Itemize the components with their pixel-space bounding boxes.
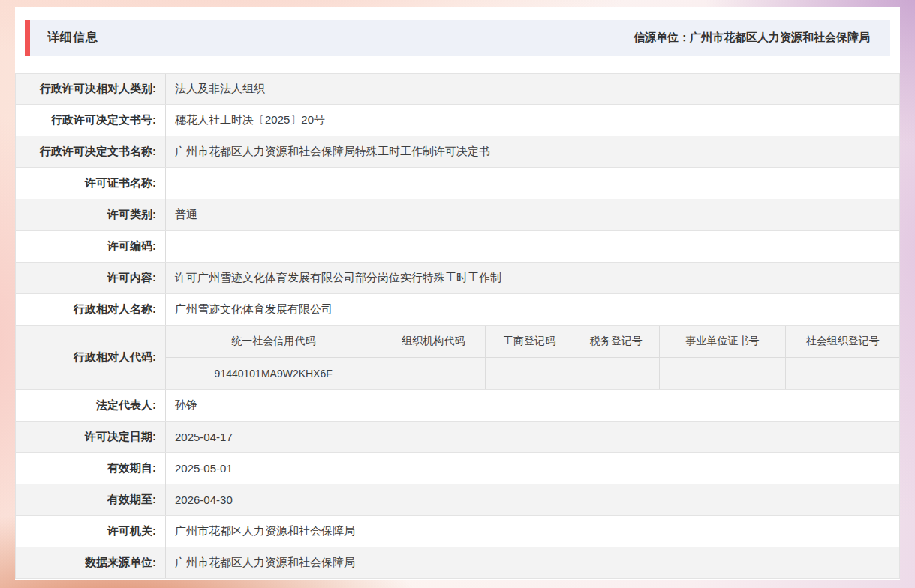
row-value: 穗花人社工时决〔2025〕20号 <box>165 105 899 136</box>
detail-card: 详细信息 信源单位：广州市花都区人力资源和社会保障局 行政许可决相对人类别: 法… <box>15 7 900 580</box>
row-label: 行政许可决相对人类别: <box>16 74 165 104</box>
code-value <box>381 358 485 390</box>
row-relative-person-category: 行政许可决相对人类别: 法人及非法人组织 <box>16 74 899 105</box>
code-column-header: 工商登记码 <box>485 326 573 358</box>
row-permit-category: 许可类别: 普通 <box>16 200 899 231</box>
row-label: 许可证书名称: <box>16 168 165 199</box>
row-legal-representative: 法定代表人: 孙铮 <box>16 390 899 422</box>
row-label: 许可机关: <box>16 516 165 547</box>
row-value: 广州市花都区人力资源和社会保障局特殊工时工作制许可决定书 <box>165 136 899 167</box>
row-valid-to: 有效期至: 2026-04-30 <box>16 484 899 516</box>
row-label: 行政许可决定文书号: <box>16 105 165 136</box>
row-label: 许可类别: <box>16 200 165 230</box>
row-label: 许可编码: <box>16 231 165 262</box>
code-column-header: 社会组织登记号 <box>785 326 899 358</box>
row-value: 2025-04-17 <box>165 422 899 452</box>
code-value <box>785 358 899 390</box>
code-sub-table: 统一社会信用代码 组织机构代码 工商登记码 税务登记号 事业单位证书号 社会组织… <box>165 326 899 389</box>
row-label: 行政许可决定文书名称: <box>16 136 165 167</box>
row-value <box>165 231 899 262</box>
row-label: 有效期至: <box>16 484 165 515</box>
code-value <box>573 358 659 390</box>
row-valid-from: 有效期自: 2025-05-01 <box>16 453 899 484</box>
row-value: 许可广州雪迹文化体育发展有限公司部分岗位实行特殊工时工作制 <box>165 262 899 293</box>
row-value: 法人及非法人组织 <box>165 74 899 104</box>
code-value <box>485 358 573 390</box>
row-permit-authority: 许可机关: 广州市花都区人力资源和社会保障局 <box>16 516 899 548</box>
row-value: 广州雪迹文化体育发展有限公司 <box>165 294 899 325</box>
red-accent-bar <box>25 20 30 56</box>
row-value: 孙铮 <box>165 390 899 421</box>
code-column-header: 组织机构代码 <box>381 326 485 358</box>
row-label: 许可决定日期: <box>16 422 165 452</box>
row-relative-person-codes: 行政相对人代码: 统一社会信用代码 组织机构代码 工商登记码 税务登记号 事业单… <box>16 326 899 390</box>
code-grid: 统一社会信用代码 组织机构代码 工商登记码 税务登记号 事业单位证书号 社会组织… <box>166 326 899 389</box>
row-value: 广州市花都区人力资源和社会保障局 <box>165 516 899 547</box>
code-column-header: 统一社会信用代码 <box>166 326 381 358</box>
detail-header: 详细信息 信源单位：广州市花都区人力资源和社会保障局 <box>25 20 890 56</box>
row-decision-doc-name: 行政许可决定文书名称: 广州市花都区人力资源和社会保障局特殊工时工作制许可决定书 <box>16 136 899 168</box>
page-title: 详细信息 <box>47 30 98 46</box>
code-column-header: 税务登记号 <box>573 326 659 358</box>
row-label: 数据来源单位: <box>16 548 165 578</box>
row-decision-doc-number: 行政许可决定文书号: 穗花人社工时决〔2025〕20号 <box>16 105 899 136</box>
row-relative-person-name: 行政相对人名称: 广州雪迹文化体育发展有限公司 <box>16 294 899 326</box>
row-permit-content: 许可内容: 许可广州雪迹文化体育发展有限公司部分岗位实行特殊工时工作制 <box>16 262 899 294</box>
row-value: 普通 <box>165 200 899 230</box>
row-value <box>165 168 899 199</box>
row-label: 行政相对人名称: <box>16 294 165 325</box>
row-certificate-name: 许可证书名称: <box>16 168 899 200</box>
code-column-header: 事业单位证书号 <box>659 326 786 358</box>
code-value <box>659 358 786 390</box>
row-value: 广州市花都区人力资源和社会保障局 <box>165 548 899 578</box>
row-value: 2026-04-30 <box>165 484 899 515</box>
source-unit-label: 信源单位：广州市花都区人力资源和社会保障局 <box>634 31 870 45</box>
row-value: 2025-05-01 <box>165 453 899 484</box>
permit-info-table: 行政许可决相对人类别: 法人及非法人组织 行政许可决定文书号: 穗花人社工时决〔… <box>15 73 900 579</box>
row-data-source-unit: 数据来源单位: 广州市花都区人力资源和社会保障局 <box>16 548 899 579</box>
row-decision-date: 许可决定日期: 2025-04-17 <box>16 422 899 453</box>
code-value: 91440101MA9W2KHX6F <box>166 358 381 390</box>
row-label: 行政相对人代码: <box>16 326 165 389</box>
row-permit-code: 许可编码: <box>16 231 899 262</box>
row-label: 许可内容: <box>16 262 165 293</box>
row-label: 有效期自: <box>16 453 165 484</box>
row-label: 法定代表人: <box>16 390 165 421</box>
